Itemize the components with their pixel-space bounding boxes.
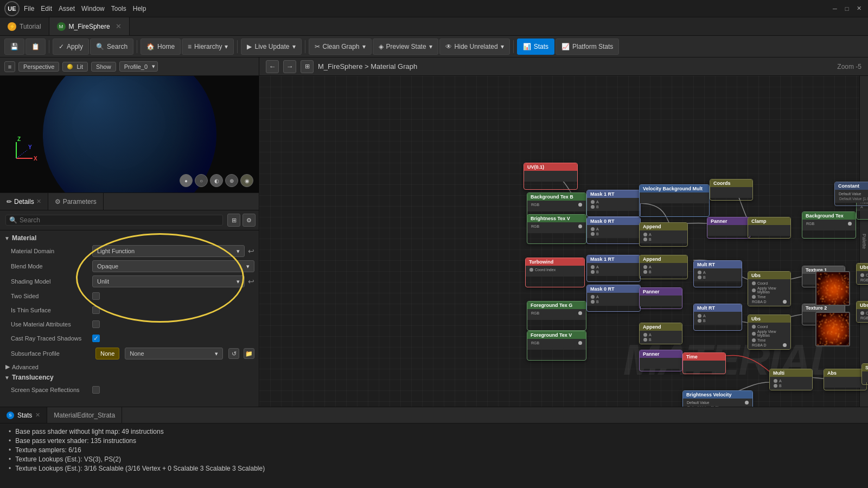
details-tab-close-button[interactable]: ✕ xyxy=(36,198,41,205)
settings-button[interactable]: ⚙ xyxy=(242,214,256,227)
3d-viewport[interactable]: X Z Y ● ○ ◐ ⊕ ◉ xyxy=(0,76,259,192)
graph-node-n28[interactable]: UbsCoordRGBA D xyxy=(856,263,868,285)
graph-node-n13[interactable]: Mask 1 RTAB xyxy=(586,255,641,282)
material-attributes-checkbox[interactable] xyxy=(92,320,100,328)
menu-window[interactable]: Window xyxy=(81,5,105,12)
graph-node-n17[interactable]: AppendAB xyxy=(639,323,682,344)
graph-node-n1[interactable]: UV(0.1) xyxy=(524,163,578,190)
graph-canvas[interactable]: MATERIAL Palette xyxy=(259,76,868,407)
graph-node-n41[interactable]: MultiAB xyxy=(769,369,813,390)
graph-node-n39[interactable]: Time xyxy=(682,352,726,374)
hierarchy-button[interactable]: ≡ Hierarchy ▾ xyxy=(182,38,234,55)
material-domain-dropdown[interactable]: Light Function ▾ xyxy=(92,245,245,257)
subsurface-browse-button[interactable]: 📁 xyxy=(244,348,254,359)
thin-surface-checkbox[interactable] xyxy=(92,306,100,314)
graph-node-n43[interactable]: Saturate xyxy=(861,363,868,385)
graph-node-n21[interactable]: Clamp xyxy=(748,217,791,239)
shading-model-dropdown[interactable]: Unlit ▾ xyxy=(92,275,245,287)
tab-tutorial[interactable]: ⚡ Tutorial xyxy=(0,17,49,35)
perspective-button[interactable]: Perspective xyxy=(18,62,59,72)
platform-stats-button[interactable]: 📈 Platform Stats xyxy=(556,38,619,55)
cast-shadows-checkbox[interactable]: ✓ xyxy=(92,335,100,342)
live-update-button[interactable]: ▶ Live Update ▾ xyxy=(241,38,301,55)
menu-edit[interactable]: Edit xyxy=(41,5,52,12)
two-sided-checkbox[interactable] xyxy=(92,292,100,300)
details-search-input[interactable] xyxy=(20,216,219,224)
close-button[interactable]: ✕ xyxy=(854,4,864,14)
graph-node-n10[interactable]: TurbowindCoord Index xyxy=(525,258,585,287)
graph-node-n8[interactable]: Panner xyxy=(707,217,750,239)
graph-node-n18[interactable]: Panner xyxy=(639,350,682,371)
menu-tools[interactable]: Tools xyxy=(111,5,126,12)
graph-node-n19[interactable]: Mult RTAB xyxy=(693,260,742,287)
tab-details[interactable]: ✏ Details ✕ xyxy=(0,193,48,210)
clean-graph-button[interactable]: ✂ Clean Graph ▾ xyxy=(309,38,372,55)
graph-node-n29[interactable]: UbsCoordRGBA D xyxy=(856,301,868,323)
graph-node-n7[interactable]: AppendAB xyxy=(639,222,688,247)
graph-forward-button[interactable]: → xyxy=(283,60,296,73)
graph-node-n14[interactable]: Mask 0 RTAB xyxy=(586,285,641,312)
material-domain-reset-button[interactable]: ↩ xyxy=(248,247,254,255)
breadcrumb-child[interactable]: Material Graph xyxy=(371,62,417,70)
apply-button[interactable]: ✓ Apply xyxy=(53,38,89,55)
menu-file[interactable]: File xyxy=(24,5,34,12)
lit-button[interactable]: Lit xyxy=(62,62,88,72)
graph-node-n11[interactable]: Foreground Tex GRGB xyxy=(527,301,586,331)
graph-node-n36[interactable]: ConstantDefault ValueDefault Value [1.0] xyxy=(834,182,868,206)
grid-view-button[interactable]: ⊞ xyxy=(227,214,240,227)
graph-node-n22[interactable]: UbsCoordApply View MyBiasTimeRGBA D xyxy=(748,271,791,306)
graph-node-n16[interactable]: Panner xyxy=(639,287,682,309)
hide-unrelated-button[interactable]: 👁 Hide Unrelated ▾ xyxy=(439,38,510,55)
show-button[interactable]: Show xyxy=(91,62,116,72)
graph-node-n20[interactable]: Mult RTAB xyxy=(693,304,742,331)
screen-space-checkbox[interactable] xyxy=(92,386,100,394)
graph-back-button[interactable]: ← xyxy=(266,60,279,73)
preview-state-button[interactable]: ◈ Preview State ▾ xyxy=(373,38,438,55)
viewport-icon-1[interactable]: ● xyxy=(180,174,193,187)
shading-model-reset-button[interactable]: ↩ xyxy=(248,277,254,286)
subsurface-none-button[interactable]: None xyxy=(95,348,119,359)
profile-dropdown[interactable]: Profile_0 ▾ xyxy=(119,61,158,72)
graph-node-n4[interactable]: Mask 1 RTAB xyxy=(586,190,641,217)
home-button[interactable]: 🏠 Home xyxy=(141,38,181,55)
stats-tab[interactable]: S Stats ✕ xyxy=(0,407,47,423)
menu-help[interactable]: Help xyxy=(133,5,146,12)
tab-close-button[interactable]: ✕ xyxy=(116,22,122,30)
breadcrumb-root[interactable]: M_FireSphere xyxy=(318,62,362,70)
viewport-icon-2[interactable]: ○ xyxy=(195,174,208,187)
subsurface-dropdown[interactable]: None ▾ xyxy=(125,348,223,359)
graph-node-n23[interactable]: UbsCoordApply View MyBiasTimeRGBA D xyxy=(748,314,791,350)
translucency-section-header[interactable]: ▼ Translucency xyxy=(0,372,259,383)
palette-tab[interactable]: Palette xyxy=(859,76,868,407)
history-button[interactable]: 📋 xyxy=(25,38,46,55)
graph-node-n3[interactable]: Brightness Tex VRGB xyxy=(527,214,586,244)
material-editor-strata-tab[interactable]: MaterialEditor_Strata xyxy=(47,407,122,423)
minimize-button[interactable]: ─ xyxy=(830,4,840,14)
stats-button[interactable]: 📊 Stats xyxy=(517,38,554,55)
menu-asset[interactable]: Asset xyxy=(59,5,75,12)
viewport-icon-4[interactable]: ⊕ xyxy=(225,174,238,187)
viewport-icon-3[interactable]: ◐ xyxy=(210,174,223,187)
graph-node-n6[interactable]: Velocity Background Mult xyxy=(639,184,710,217)
texture-node-tex2[interactable] xyxy=(815,312,850,346)
graph-node-n15[interactable]: AppendAB xyxy=(639,255,688,279)
save-button[interactable]: 💾 xyxy=(4,38,24,55)
advanced-section-header[interactable]: ▶ Advanced xyxy=(0,362,259,372)
search-button[interactable]: 🔍 Search xyxy=(90,38,133,55)
material-section-header[interactable]: ▼ Material xyxy=(0,233,259,243)
maximize-button[interactable]: □ xyxy=(842,4,852,14)
tab-mfiresphere[interactable]: M M_FireSphere ✕ xyxy=(49,17,130,35)
tab-parameters[interactable]: ⚙ Parameters xyxy=(48,193,104,210)
stats-tab-close-button[interactable]: ✕ xyxy=(35,412,40,419)
blend-mode-dropdown[interactable]: Opaque ▾ xyxy=(92,260,254,272)
graph-node-n24[interactable]: Background TexRGB xyxy=(802,211,856,239)
texture-node-tex1[interactable] xyxy=(815,271,850,306)
graph-node-n40[interactable]: Brightness VelocityDefault ValueDefault … xyxy=(682,390,753,407)
graph-node-n9[interactable]: Coords xyxy=(710,179,753,201)
graph-node-n12[interactable]: Foreground Tex VRGB xyxy=(527,331,586,361)
hamburger-menu-button[interactable]: ≡ xyxy=(4,61,15,72)
graph-node-n5[interactable]: Mask 0 RTAB xyxy=(586,217,641,244)
graph-fit-button[interactable]: ⊞ xyxy=(301,60,314,73)
graph-node-n42[interactable]: Abs xyxy=(824,369,867,390)
viewport-icon-5[interactable]: ◉ xyxy=(240,174,253,187)
